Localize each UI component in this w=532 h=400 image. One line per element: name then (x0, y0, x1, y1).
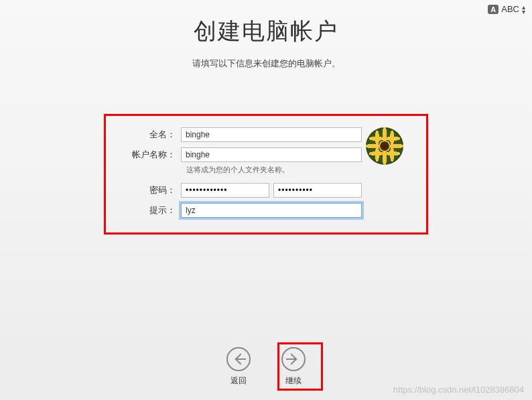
password-input[interactable] (181, 183, 269, 198)
input-method-indicator[interactable]: A ABC ▴▾ (488, 4, 525, 14)
fullname-input[interactable] (181, 127, 362, 142)
password-label: 密码： (117, 184, 181, 196)
fullname-label: 全名： (117, 129, 181, 141)
input-method-label: ABC (501, 4, 519, 14)
arrow-right-icon (281, 347, 306, 371)
account-name-hint: 这将成为您的个人文件夹名称。 (186, 165, 415, 175)
page-title: 创建电脑帐户 (0, 16, 532, 47)
arrow-left-icon (226, 347, 251, 371)
continue-button[interactable]: 继续 (281, 347, 306, 387)
back-label: 返回 (230, 375, 247, 387)
hint-label: 提示： (117, 204, 181, 216)
account-name-label: 帐户名称： (117, 149, 181, 161)
back-button[interactable]: 返回 (226, 347, 251, 387)
password-confirm-input[interactable] (273, 183, 362, 198)
account-name-input[interactable] (181, 147, 362, 162)
nav-buttons: 返回 继续 (226, 347, 306, 387)
page-subtitle: 请填写以下信息来创建您的电脑帐户。 (0, 58, 532, 70)
input-badge: A (488, 5, 498, 14)
watermark: https://blog.csdn.net/l1028386804 (393, 385, 524, 395)
continue-label: 继续 (285, 375, 302, 387)
hint-input[interactable] (181, 203, 362, 218)
updown-icon: ▴▾ (522, 5, 525, 14)
account-form: 全名： 帐户名称： 这将成为您的个人文件夹名称。 密码： 提示： (117, 127, 415, 223)
